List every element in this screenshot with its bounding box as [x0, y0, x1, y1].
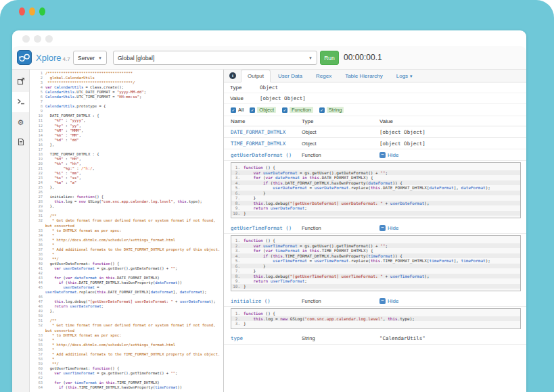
editor-line[interactable]: 49 }, — [30, 309, 223, 314]
editor-line[interactable]: 31 /** — [30, 214, 223, 218]
checkbox-checked-icon[interactable]: ✓ — [319, 107, 325, 113]
editor-line[interactable]: 5CalendarUtils.UTC_DATE_FORMAT = "yyyy-M… — [30, 90, 223, 95]
editor-line[interactable]: 52 * Get time format from user defined f… — [30, 323, 223, 333]
tab-table-hierarchy[interactable]: Table Hierarchy — [339, 70, 389, 82]
checkbox-checked-icon[interactable]: ✓ — [231, 107, 236, 113]
hide-link[interactable]: −Hide — [379, 298, 398, 304]
editor-line[interactable]: 48 return userDateFormat; — [30, 304, 223, 309]
tab-logs[interactable]: Logs ▼ — [390, 70, 419, 82]
tab-user-data[interactable]: User Data — [272, 70, 308, 82]
editor-line[interactable]: 53 * to DHTMLX format as per spec: — [30, 333, 223, 338]
editor-line[interactable]: 42 — [30, 271, 223, 276]
editor-line[interactable]: 64 if (this.TIME_FORMAT_DHTMLX.hasOwnPro… — [30, 385, 223, 390]
filter-object[interactable]: ✓Object — [250, 107, 276, 113]
editor-line[interactable]: 37 * Add additional formats to the DATE_… — [30, 247, 223, 252]
property-name-link[interactable]: getUserTimeFormat () — [231, 225, 302, 231]
filter-function[interactable]: ✓Function — [282, 107, 313, 113]
editor-line[interactable]: 34 * — [30, 233, 223, 238]
filter-label[interactable]: Function — [290, 107, 313, 113]
editor-line[interactable]: 11 "%Y" : "yyyy", — [30, 118, 223, 123]
editor-line[interactable]: 58 * — [30, 357, 223, 362]
filter-all[interactable]: ✓All — [231, 107, 244, 113]
editor-line[interactable]: 33 * to DHTMLX format as per spec: — [30, 228, 223, 233]
editor-line[interactable]: 32 * Get date format from user defined f… — [30, 218, 223, 228]
property-name-link[interactable]: initialize () — [231, 298, 302, 304]
editor-line[interactable]: 36 * — [30, 243, 223, 247]
editor-line[interactable]: 27 initialize: function() { — [30, 195, 223, 199]
editor-line[interactable]: 8CalendarUtils.prototype = { — [30, 104, 223, 109]
editor-line[interactable]: 7 — [30, 99, 223, 104]
filter-label[interactable]: String — [327, 107, 344, 113]
property-name-link[interactable]: getUserDateFormat () — [231, 152, 302, 158]
editor-line[interactable]: 6CalendarUtils.UTC_TIME_FORMAT = "HH:mm:… — [30, 95, 223, 99]
editor-line[interactable]: 38 * — [30, 252, 223, 257]
editor-line[interactable]: 43 for (var dateFormat in this.DATE_FORM… — [30, 276, 223, 280]
scope-select[interactable]: Global [global]▼ — [113, 51, 317, 65]
info-icon[interactable]: i — [229, 72, 236, 79]
editor-line[interactable]: 60 getUserTimeFormat: function() { — [30, 366, 223, 371]
editor-line[interactable]: 39 **/ — [30, 257, 223, 262]
editor-line[interactable]: 10 DATE_FORMAT_DHTMLX : { — [30, 114, 223, 118]
editor-line[interactable]: 14 "%m" : "MM", — [30, 133, 223, 138]
filter-label[interactable]: All — [238, 107, 244, 113]
editor-line[interactable]: 51 /** — [30, 318, 223, 323]
minimize-window-icon[interactable] — [29, 7, 35, 16]
property-name-link[interactable]: type — [231, 335, 302, 341]
rail-item-terminal[interactable] — [12, 92, 29, 112]
editor-line[interactable]: 41 var userDateFormat = gs.getUser().get… — [30, 266, 223, 271]
editor-line[interactable]: 17 — [30, 147, 223, 152]
filter-string[interactable]: ✓String — [319, 107, 344, 113]
close-window-icon[interactable] — [19, 7, 25, 16]
rail-item-script[interactable] — [12, 132, 29, 153]
editor-line[interactable]: 56 * — [30, 347, 223, 352]
property-name-link[interactable]: TIME_FORMAT_DHTMLX — [231, 141, 302, 147]
code-editor[interactable]: 1/**************************************… — [30, 70, 224, 392]
editor-line[interactable]: 57 * Add additional formats to the TIME_… — [30, 352, 223, 357]
editor-line[interactable]: 50 — [30, 314, 223, 318]
editor-line[interactable]: 20 "%h" : "hh", — [30, 162, 223, 166]
editor-line[interactable]: 62 — [30, 376, 223, 381]
rail-item-gear[interactable]: ⚙ — [12, 112, 29, 132]
editor-line[interactable]: 46 — [30, 295, 223, 299]
hide-link[interactable]: −Hide — [379, 152, 398, 158]
editor-line[interactable]: 21 "%g:" : /^h:/, — [30, 166, 223, 171]
server-select[interactable]: Server▼ — [73, 51, 107, 65]
editor-line[interactable]: 61 var userTimeFormat = gs.getUser().get… — [30, 371, 223, 376]
checkbox-checked-icon[interactable]: ✓ — [282, 107, 287, 113]
editor-line[interactable]: 13 "%M" : "MMM", — [30, 128, 223, 133]
editor-line[interactable]: 55 * http://docs.dhtmlx.com/scheduler/se… — [30, 343, 223, 347]
tab-regex[interactable]: Regex — [310, 70, 338, 82]
filter-label[interactable]: Object — [257, 107, 276, 113]
editor-line[interactable]: 59 **/ — [30, 362, 223, 366]
editor-line[interactable]: 26 — [30, 190, 223, 195]
editor-line[interactable]: 35 * http://docs.dhtmlx.com/scheduler/se… — [30, 238, 223, 243]
editor-line[interactable]: 12 "%y" : "yy", — [30, 124, 223, 128]
editor-line[interactable]: 4var CalendarUtils = Class.create(); — [30, 85, 223, 90]
editor-line[interactable]: 18 TIME_FORMAT_DHTMLX : { — [30, 152, 223, 157]
editor-line[interactable]: 25 }, — [30, 185, 223, 190]
editor-line[interactable]: 2 global.CalendarUtils — [30, 76, 223, 80]
maximize-window-icon[interactable] — [39, 7, 45, 16]
editor-line[interactable]: 29 }, — [30, 204, 223, 209]
tab-output[interactable]: Output — [241, 70, 271, 82]
editor-line[interactable]: 28 this.log = new GSLog("com.snc.app.cal… — [30, 199, 223, 204]
editor-line[interactable]: 1/************************************** — [30, 71, 223, 76]
editor-line[interactable]: 44 if (this.DATE_FORMAT_DHTMLX.hasOwnPro… — [30, 280, 223, 285]
editor-line[interactable]: 22 "%i" : "mm", — [30, 171, 223, 176]
editor-line[interactable]: 45 userDateFormat = userDateFormat.repla… — [30, 285, 223, 295]
editor-line[interactable]: 23 "%s" : "ss", — [30, 176, 223, 180]
property-name-link[interactable]: DATE_FORMAT_DHTMLX — [231, 129, 302, 135]
editor-line[interactable]: 54 * — [30, 338, 223, 343]
editor-line[interactable]: 63 for (var timeFormat in this.TIME_FORM… — [30, 381, 223, 385]
editor-line[interactable]: 16 }, — [30, 143, 223, 147]
editor-line[interactable]: 24 "%a" : "a" — [30, 180, 223, 185]
editor-line[interactable]: 9 — [30, 109, 223, 114]
editor-line[interactable]: 47 this.log.debug("[getUserDateFormat] u… — [30, 299, 223, 304]
editor-line[interactable]: 3 **************************************… — [30, 80, 223, 85]
editor-line[interactable]: 15 "%d" : "dd" — [30, 138, 223, 143]
editor-line[interactable]: 30 — [30, 209, 223, 214]
run-button[interactable]: Run — [320, 51, 339, 65]
checkbox-checked-icon[interactable]: ✓ — [250, 107, 255, 113]
hide-link[interactable]: −Hide — [379, 225, 398, 231]
editor-line[interactable]: 19 "%H" : "HH", — [30, 157, 223, 162]
